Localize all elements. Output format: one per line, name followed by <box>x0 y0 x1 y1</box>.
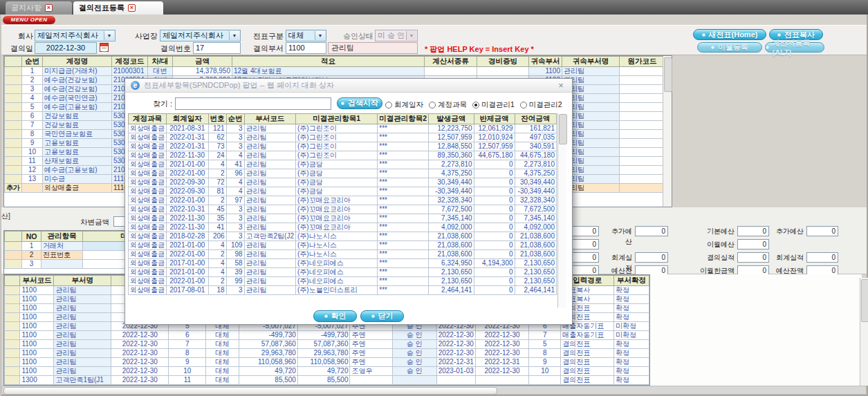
table-row[interactable]: 외상매출금2022-01-00296관리팀(주)금담***4,375,25004… <box>129 169 557 178</box>
table-row[interactable]: 외상매출금2022-11-30244관리팀(주)그린조이***89,350,36… <box>129 151 557 160</box>
tab-close-icon[interactable]: × <box>45 4 53 12</box>
table-row[interactable]: 외상매출금2021-08-311213관리팀(주)그린조이***12,223,7… <box>129 124 557 133</box>
tab-notice[interactable]: 공지사항 × <box>6 1 72 15</box>
cell <box>620 112 665 121</box>
horizontal-scrollbar-thumb[interactable] <box>3 387 497 395</box>
cell: 관리팀 <box>244 259 295 268</box>
table-row[interactable]: 외상매출금2021-01-004109관리팀(주)나노시스***21,038,6… <box>129 241 557 250</box>
table-row[interactable]: 1100관리팀2022-12-309대체110,058,960110,058,9… <box>5 358 649 367</box>
site-select[interactable]: 제일저지주식회사▼ <box>160 30 241 41</box>
budget-input[interactable]: 0 <box>635 252 668 263</box>
search-start-button[interactable]: 검색시작 <box>337 97 382 109</box>
cell <box>620 130 665 139</box>
table-row[interactable]: 외상매출금2021-01-00441관리팀(주)금담***2,273,81002… <box>129 160 557 169</box>
table-row[interactable]: 외상매출금2022-11-30413관리팀(주)꼬매요코리아***4,092,0… <box>129 223 557 232</box>
cell: 2022-01-31 <box>167 133 209 142</box>
radio-미결관리2[interactable]: 미결관리2 <box>520 100 562 110</box>
table-row[interactable]: 외상매출금2022-01-31733관리팀(주)그린조이***12,848,55… <box>129 142 557 151</box>
dialog-title-bar[interactable]: e 전표세부항목(SPNDCDPop) 팝업 -- 웹 페이지 대화 상자 × <box>125 79 572 93</box>
cell: 1100 <box>20 349 54 358</box>
cell: 21,038,600 <box>429 232 474 241</box>
cell <box>5 139 22 148</box>
voucher-grid-scrollbar[interactable] <box>663 56 672 207</box>
budget-input[interactable]: 0 <box>737 239 769 249</box>
table-row[interactable]: 외상매출금2022-09-30814관리팀(주)금담***-30,349,440… <box>129 187 557 196</box>
cell: 관리팀 <box>54 349 111 358</box>
confirm-button[interactable]: 확인 <box>313 310 357 322</box>
tab-close-icon[interactable]: × <box>128 4 136 12</box>
tab-voucher-entry[interactable]: 결의전표등록 × <box>73 1 163 15</box>
radio-미결관리1[interactable]: 미결관리1 <box>472 100 515 110</box>
chevron-down-icon[interactable]: ▼ <box>315 31 325 40</box>
cell: 3 <box>226 205 244 214</box>
table-row[interactable]: 외상매출금2022-11-30353관리팀(주)꼬매요코리아***7,345,1… <box>129 214 557 223</box>
cell: 2022-12-30 <box>475 367 528 376</box>
radio-계정과목[interactable]: 계정과목 <box>429 100 467 110</box>
company-select[interactable]: 제일저지주식회사▼ <box>35 30 116 41</box>
calendar-icon[interactable] <box>100 43 109 52</box>
cell: 4 <box>226 151 244 160</box>
horizontal-scrollbar[interactable] <box>1 386 867 395</box>
table-row[interactable]: 외상매출금2022-01-00297관리팀(주)꼬매요코리아***32,328,… <box>129 196 557 205</box>
table-row[interactable]: 외상매출금2022-01-00298관리팀(주)나노시스***21,038,60… <box>129 250 557 259</box>
resolution-no-input[interactable]: 17 <box>193 42 241 54</box>
cell: 12 <box>22 166 43 175</box>
table-row[interactable]: 1100관리팀2022-12-308대체29,963,78029,963,780… <box>5 349 649 358</box>
budget-input[interactable]: 0 <box>737 226 769 236</box>
budget-input[interactable]: 0 <box>806 226 838 236</box>
cell: 18 <box>208 286 226 295</box>
cell: 10 <box>22 148 43 157</box>
dialog-close-button[interactable]: 닫기 <box>360 310 404 322</box>
chevron-down-icon[interactable]: ▼ <box>229 31 239 40</box>
chevron-down-icon[interactable]: ▼ <box>104 31 114 40</box>
cell <box>620 121 665 130</box>
cell: 외상매출금 <box>129 187 167 196</box>
table-row[interactable]: 외상매출금2022-09-30724관리팀(주)금담***30,349,4400… <box>129 178 557 187</box>
bottom-pane-scrollbar[interactable] <box>860 278 868 386</box>
cell: 72 <box>208 178 226 187</box>
budget-input[interactable]: 0 <box>737 252 769 263</box>
resolution-dept-label: 결의부서 <box>252 43 284 54</box>
close-icon[interactable]: × <box>555 80 566 91</box>
table-row[interactable]: 1미지급금(거래처)21000301대변14,378,95012월 4대보험료1… <box>5 67 665 76</box>
search-input[interactable] <box>175 97 331 110</box>
column-header: 부서코드 <box>244 114 295 124</box>
dialog-grid-scrollbar[interactable] <box>557 113 566 308</box>
resolution-dept-name-display: 관리팀 <box>328 42 418 54</box>
cell: 매출자동기표 <box>561 331 614 340</box>
resolution-date-input[interactable]: 2022-12-30 <box>35 42 97 54</box>
cell: 3 <box>226 142 244 151</box>
cell <box>620 103 665 112</box>
cell: 0 <box>474 196 515 205</box>
cell: 승 인 <box>392 349 436 358</box>
column-header <box>5 57 22 67</box>
cell: 예수금(고용보험) <box>43 166 112 175</box>
table-row[interactable]: 1100관리팀2022-12-307대체57,087,36057,087,360… <box>5 340 649 349</box>
budget-input[interactable]: 0 <box>806 252 838 263</box>
table-row[interactable]: 1100관리팀2022-12-3010대체49,72049,720조영우승 인2… <box>5 367 649 376</box>
budget-input[interactable]: 0 <box>635 226 668 236</box>
table-row[interactable]: 1100관리팀2022-12-306대체-499,730-499,730주엔승 … <box>5 331 649 340</box>
cell <box>475 376 528 385</box>
table-row[interactable]: 외상매출금2022-10-31453관리팀(주)꼬매요코리아***7,672,5… <box>129 205 557 214</box>
new-slip-button[interactable]: 새전표(Home) <box>693 29 766 40</box>
table-row[interactable]: 외상매출금2017-01-00458관리팀(주)네오피에스***6,324,95… <box>129 259 557 268</box>
cell: 2021-08-31 <box>167 124 209 133</box>
resolution-dept-code-input[interactable]: 1100 <box>286 42 326 54</box>
cell: 2022-12-30 <box>111 340 169 349</box>
radio-회계일자[interactable]: 회계일자 <box>385 100 423 110</box>
cell <box>425 67 477 76</box>
cell: 외상매출금 <box>129 268 167 277</box>
slip-type-select[interactable]: 대체▼ <box>286 30 326 41</box>
menu-open-badge[interactable]: MENU OPEN <box>3 16 55 24</box>
resolution-date-label: 결의일자 <box>4 43 33 54</box>
table-row[interactable]: 외상매출금2017-08-01183관리팀(주)노블인더스트리***2,464,… <box>129 286 557 295</box>
table-row[interactable]: 외상매출금2022-01-31623관리팀(주)그린조이***12,507,95… <box>129 133 557 142</box>
table-row[interactable]: 외상매출금2022-01-00299관리팀(주)네오피에스***2,130,65… <box>129 277 557 286</box>
cell: 주엔 <box>350 358 392 367</box>
table-row[interactable]: 외상매출금2021-01-00439관리팀(주)네오피에스***2,130,65… <box>129 268 557 277</box>
cell <box>620 76 665 85</box>
cell: 외상매출금 <box>129 160 167 169</box>
table-row[interactable]: 1300고객만족1팀(J12022-12-3011대체85,50085,500결… <box>5 376 649 385</box>
table-row[interactable]: 외상매출금2018-02-282063고객만족2팀(J2(주)나노시스***21… <box>129 232 557 241</box>
